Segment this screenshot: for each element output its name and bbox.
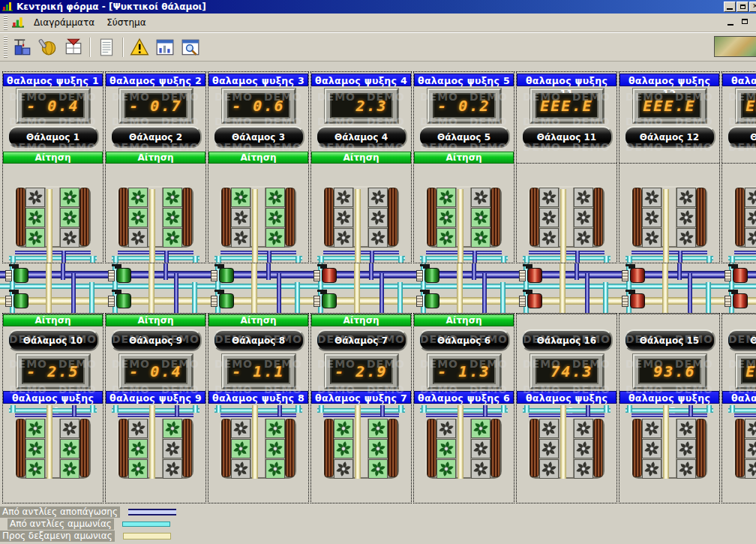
valve-body: [14, 268, 28, 283]
valve-flange: [622, 296, 628, 307]
chamber-button[interactable]: Θάλαμος 15: [624, 329, 716, 351]
cyan-vertical-pipe: [295, 282, 300, 313]
ammonia-valve-icon[interactable]: [5, 292, 31, 310]
valve-body: [630, 268, 645, 283]
ammonia-valve-icon[interactable]: [622, 292, 647, 310]
coil-right: [696, 188, 706, 246]
valve-body: [424, 293, 440, 308]
menu-grip[interactable]: [4, 15, 8, 29]
chamber-button[interactable]: Θάλαμος 4: [316, 126, 407, 148]
valve-body: [630, 293, 645, 308]
minimize-icon[interactable]: [724, 2, 736, 12]
chamber-column: θαλαμος ψυξης 16 74.3 Θάλαμος 16 DEMO DE…: [516, 313, 617, 503]
chamber-button[interactable]: Θάλαμος 3: [213, 126, 304, 148]
system-tools-icon[interactable]: [35, 36, 61, 59]
cyan-riser-pipe: [501, 256, 506, 263]
chamber-button[interactable]: Θάλαμος: [727, 329, 756, 351]
child-minimize-icon[interactable]: [726, 18, 736, 27]
ammonia-valve-icon[interactable]: [314, 292, 339, 310]
cyan-manifold-pipe: [9, 408, 97, 413]
fan-column-left: [128, 419, 148, 477]
app-icon: [2, 2, 14, 12]
chamber-button[interactable]: Θάλαμος 2: [110, 126, 202, 148]
chart-window-icon[interactable]: [152, 36, 178, 59]
chamber-button[interactable]: Θάλαμος 11: [521, 126, 613, 148]
toolbar-grip[interactable]: [4, 36, 8, 59]
coil-right: [182, 419, 192, 477]
cream-riser-pipe: [458, 405, 464, 479]
fan-column-right: [266, 419, 285, 477]
chamber-column: θαλαμος ψυξης EEE.E Θάλαμος DEMO DEMODEM…: [722, 313, 756, 503]
menu-system[interactable]: Σύστημα: [100, 15, 152, 30]
chamber-button-label: Θάλαμος 8: [232, 335, 285, 346]
fan-icon: [368, 208, 388, 227]
defrost-valve-icon[interactable]: [622, 266, 647, 284]
ammonia-valve-icon[interactable]: [724, 292, 750, 310]
fan-icon: [60, 439, 80, 458]
chamber-button[interactable]: Θάλαμος 16: [521, 329, 613, 351]
navy-manifold-pipe: [734, 251, 756, 254]
chamber-button[interactable]: Θάλαμος 10: [8, 329, 99, 351]
cream-riser-pipe: [560, 405, 566, 479]
cyan-riser-pipe: [113, 256, 118, 263]
valve-handle: [628, 264, 635, 269]
ammonia-valve-icon[interactable]: [416, 292, 442, 310]
fan-icon: [676, 439, 696, 458]
navy-vertical-pipe: [574, 263, 579, 280]
chamber-button[interactable]: Θάλαμος 12: [624, 126, 716, 148]
report-icon[interactable]: [94, 36, 119, 59]
chamber-button[interactable]: Θάλαμος 6: [418, 329, 510, 351]
ammonia-valve-icon[interactable]: [519, 292, 544, 310]
defrost-valve-icon[interactable]: [519, 266, 544, 284]
alarm-icon[interactable]: [127, 36, 152, 59]
defrost-valve-icon[interactable]: [416, 266, 442, 284]
cyan-riser-pipe: [216, 405, 221, 413]
fan-icon: [745, 439, 756, 458]
temperature-value: 74.3: [536, 359, 598, 384]
fan-icon: [26, 208, 45, 227]
valve-flange: [314, 296, 320, 307]
ammonia-valve-icon[interactable]: [211, 292, 236, 310]
chamber-header: θαλαμος ψυξης 10: [3, 391, 103, 404]
defrost-valve-icon[interactable]: [314, 266, 339, 284]
chamber-button[interactable]: Θάλαμος 1: [8, 126, 99, 148]
cyan-vertical-pipe: [89, 282, 94, 313]
navy-riser-pipe: [380, 405, 385, 416]
cyan-riser-pipe: [706, 256, 712, 263]
chamber-button[interactable]: Θάλαμος 5: [418, 126, 510, 148]
defrost-valve-icon[interactable]: [108, 266, 134, 284]
defrost-valve-icon[interactable]: [211, 266, 236, 284]
chamber-button[interactable]: Θάλαμος: [727, 126, 756, 148]
defrost-valve-icon[interactable]: [5, 266, 31, 284]
menu-diagrams[interactable]: Διαγράμματα: [28, 15, 100, 30]
valve-handle: [320, 290, 327, 294]
temperature-display-frame: 2.3: [325, 89, 398, 123]
fan-icon: [60, 208, 80, 227]
defrost-valve-icon[interactable]: [724, 266, 750, 284]
fan-icon: [26, 439, 45, 458]
ammonia-valve-icon[interactable]: [108, 292, 134, 310]
chamber-button[interactable]: Θάλαμος 8: [213, 329, 304, 351]
chamber-button[interactable]: Θάλαμος 9: [110, 329, 202, 351]
preview-search-icon[interactable]: [178, 36, 203, 59]
plant-icon[interactable]: [10, 36, 35, 59]
evaporator-unit: [322, 186, 399, 248]
cyan-riser-pipe: [398, 405, 404, 413]
fan-icon: [745, 459, 756, 479]
schedule-icon[interactable]: [61, 36, 86, 59]
close-icon[interactable]: ✕: [749, 2, 756, 12]
fan-column-left: [231, 419, 250, 477]
chamber-info-panel: θαλαμος ψυξης EEE.E Θάλαμος DEMO DEMODEM…: [722, 314, 756, 405]
restore-icon[interactable]: [736, 2, 748, 12]
temperature-display-frame: - 1.3: [428, 354, 501, 389]
menu-bar: Διαγράμματα Σύστημα: [0, 14, 756, 32]
chamber-column: θαλαμος ψυξης 7 - 2.9 Θάλαμος 7 Αίτηση D…: [310, 313, 412, 503]
fan-icon: [128, 228, 148, 248]
navy-vertical-pipe: [677, 263, 682, 280]
child-restore-icon[interactable]: [740, 18, 750, 27]
chamber-button[interactable]: Θάλαμος 7: [316, 329, 407, 351]
cream-vertical-pipe: [560, 263, 566, 313]
request-indicator: Αίτηση: [3, 314, 103, 326]
mdi-child-icon[interactable]: [11, 17, 25, 29]
cyan-riser-pipe: [524, 256, 530, 263]
